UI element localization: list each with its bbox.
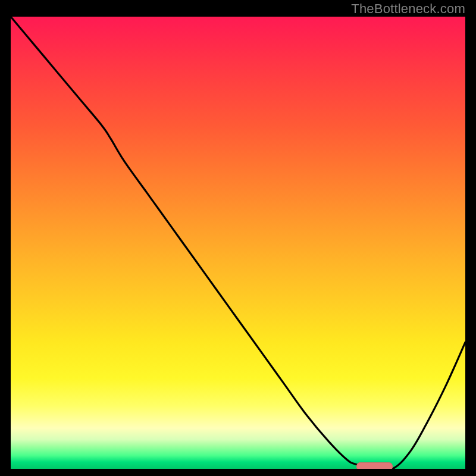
chart-frame: TheBottleneck.com — [0, 0, 476, 476]
bottleneck-curve — [11, 17, 465, 469]
optimal-range-marker — [356, 462, 393, 469]
curve-layer — [11, 17, 465, 469]
plot-area — [11, 17, 465, 469]
watermark-text: TheBottleneck.com — [351, 1, 465, 17]
